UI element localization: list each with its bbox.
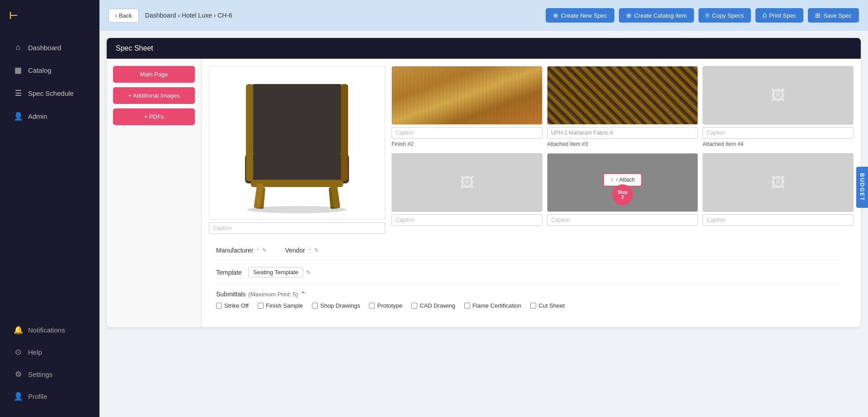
finish-sample-checkbox[interactable]: Finish Sample — [258, 302, 303, 309]
copy-specs-button[interactable]: ⎘ Copy Specs — [698, 8, 751, 23]
sidebar-item-notifications[interactable]: 🔔 Notifications — [4, 319, 96, 341]
image-cell-empty1: 🖼 — [703, 66, 854, 139]
fabric-caption-input[interactable] — [547, 127, 698, 139]
sort-icon: ⌃ — [256, 248, 259, 253]
logo: ⊢ — [0, 0, 99, 32]
wood-image-thumb[interactable] — [392, 66, 542, 125]
create-catalog-item-button[interactable]: ⊕ Create Catalog Item — [619, 8, 694, 23]
svg-point-9 — [247, 206, 347, 213]
svg-rect-8 — [341, 84, 348, 181]
breadcrumb: Dashboard › Hotel Luxe › CH-6 — [145, 12, 539, 19]
profile-icon: 👤 — [14, 392, 23, 401]
attached3-label: Attached Item #3 — [547, 140, 698, 149]
main-image-container — [209, 66, 385, 234]
home-icon: ⌂ — [14, 43, 23, 52]
attached3-caption-input[interactable] — [547, 214, 698, 226]
chair-image — [220, 70, 374, 215]
copy-icon: ⎘ — [706, 12, 709, 19]
save-spec-button[interactable]: ⊞ Save Spec — [808, 8, 859, 23]
empty-caption-1[interactable] — [703, 127, 854, 139]
attached4-label: Attached Item #4 — [703, 140, 854, 149]
template-value-badge: Seating Template — [248, 267, 303, 277]
prototype-checkbox[interactable]: Prototype — [369, 302, 402, 309]
submittals-checkboxes: Strike Off Finish Sample Shop Drawings P… — [216, 302, 846, 309]
sidebar-item-dashboard[interactable]: ⌂ Dashboard — [4, 37, 96, 58]
sidebar-item-label: Admin — [28, 112, 47, 120]
print-spec-button[interactable]: ⎙ Print Spec — [755, 8, 803, 23]
sidebar-item-profile[interactable]: 👤 Profile — [4, 386, 96, 407]
cad-drawing-checkbox[interactable]: CAD Drawing — [411, 302, 455, 309]
manufacturer-edit-icon[interactable]: ✎ — [262, 247, 267, 253]
sidebar-item-label: Profile — [28, 393, 47, 400]
back-button[interactable]: ‹ Back — [108, 9, 139, 23]
sidebar-item-catalog[interactable]: ▦ Catalog — [4, 60, 96, 81]
sidebar-bottom: 🔔 Notifications ⊙ Help ⚙ Settings 👤 Prof… — [0, 314, 99, 417]
finish2-caption-input[interactable] — [392, 214, 542, 226]
sidebar-item-label: Help — [28, 348, 42, 356]
submittals-label: Submittals (Maximum Print: 5) ⌃ — [216, 290, 846, 298]
create-new-spec-button[interactable]: ⊕ Create New Spec — [546, 8, 614, 23]
vendor-edit-icon[interactable]: ✎ — [314, 247, 319, 253]
plus-icon: ⊕ — [553, 12, 558, 19]
upload-icon: ↑ — [610, 177, 613, 183]
print-icon: ⎙ — [763, 12, 766, 19]
settings-icon: ⚙ — [14, 370, 23, 379]
finish-labels-row: Finish #2 Attached Item #3 Attached Item… — [392, 140, 854, 149]
side-images: 🖼 Finish #2 — [392, 66, 854, 226]
vendor-label: Vendor ⌃ ✎ — [285, 247, 318, 254]
attached4-caption-input[interactable] — [703, 214, 854, 226]
sidebar: ⊢ ⌂ Dashboard ▦ Catalog ☰ Spec Schedule … — [0, 0, 99, 417]
budget-tab[interactable]: BUDGET — [856, 167, 868, 208]
template-edit-icon[interactable]: ✎ — [306, 269, 311, 276]
finish2-image-thumb[interactable]: 🖼 — [392, 153, 542, 212]
spec-fields: Manufacturer ⌃ ✎ Vendor ⌃ ✎ — [209, 240, 854, 320]
save-icon: ⊞ — [815, 12, 821, 19]
main-caption-input[interactable] — [209, 222, 385, 234]
additional-images-button[interactable]: + Additional Images — [113, 87, 195, 104]
attached3-image-thumb[interactable]: ↑ ↑ Attach Step 2 — [547, 153, 698, 212]
main-page-button[interactable]: Main Page — [113, 66, 195, 83]
topbar: ‹ Back Dashboard › Hotel Luxe › CH-6 ⊕ C… — [99, 0, 868, 31]
main-image-box[interactable] — [209, 66, 385, 220]
content-area: Spec Sheet Main Page + Additional Images… — [99, 31, 868, 417]
wood-caption-input[interactable] — [392, 127, 542, 139]
submittals-row: Submittals (Maximum Print: 5) ⌃ Strike O… — [216, 284, 846, 313]
cut-sheet-checkbox[interactable]: Cut Sheet — [530, 302, 565, 309]
sidebar-item-help[interactable]: ⊙ Help — [4, 342, 96, 363]
image-placeholder-icon-3: 🖼 — [771, 174, 785, 191]
image-cell-wood — [392, 66, 542, 139]
svg-rect-0 — [250, 84, 344, 154]
attached3-label-cell: Attached Item #3 — [547, 140, 698, 149]
sidebar-item-spec-schedule[interactable]: ☰ Spec Schedule — [4, 83, 96, 104]
svg-rect-1 — [245, 154, 349, 183]
attached4-label-cell: Attached Item #4 — [703, 140, 854, 149]
svg-rect-2 — [251, 180, 343, 187]
image-placeholder-icon: 🖼 — [771, 87, 785, 104]
step-badge: Step 2 — [612, 184, 633, 205]
image-cell-attached3: ↑ ↑ Attach Step 2 — [547, 153, 698, 226]
sidebar-item-admin[interactable]: 👤 Admin — [4, 106, 96, 127]
submittals-sort-icon: ⌃ — [301, 290, 306, 298]
sidebar-item-label: Settings — [28, 370, 52, 378]
attached4-image-thumb[interactable]: 🖼 — [703, 153, 854, 212]
manufacturer-vendor-row: Manufacturer ⌃ ✎ Vendor ⌃ ✎ — [216, 240, 846, 261]
manufacturer-label: Manufacturer ⌃ ✎ — [216, 247, 267, 254]
image-cell-attached4: 🖼 — [703, 153, 854, 226]
sidebar-item-settings[interactable]: ⚙ Settings — [4, 364, 96, 385]
catalog-icon: ▦ — [14, 66, 23, 75]
spec-icon: ☰ — [14, 89, 23, 98]
admin-icon: 👤 — [14, 112, 23, 121]
step-number: 2 — [621, 195, 624, 200]
fabric-pattern — [547, 66, 698, 124]
flame-cert-checkbox[interactable]: Flame Certification — [464, 302, 521, 309]
fabric-image-thumb[interactable] — [547, 66, 698, 125]
side-images-bottom-row: 🖼 ↑ ↑ Attach — [392, 153, 854, 226]
spec-images-area: 🖼 Finish #2 — [202, 59, 861, 327]
sort-icon-vendor: ⌃ — [308, 248, 311, 253]
strike-off-checkbox[interactable]: Strike Off — [216, 302, 249, 309]
empty-image-thumb-1[interactable]: 🖼 — [703, 66, 854, 125]
spec-sheet: Spec Sheet Main Page + Additional Images… — [107, 38, 861, 327]
pdfs-button[interactable]: + PDFs — [113, 108, 195, 125]
spec-sheet-header: Spec Sheet — [107, 38, 861, 59]
shop-drawings-checkbox[interactable]: Shop Drawings — [312, 302, 360, 309]
